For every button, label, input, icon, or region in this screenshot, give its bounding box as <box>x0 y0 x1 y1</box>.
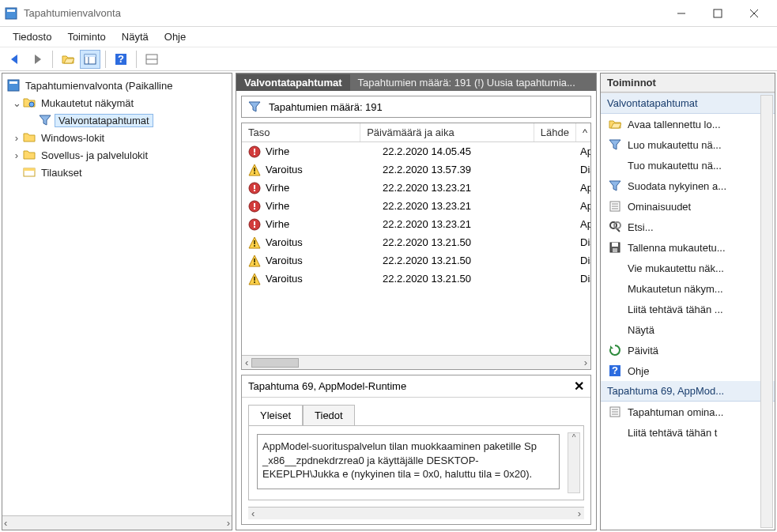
scroll-left-icon[interactable]: ‹ <box>245 357 248 368</box>
event-row[interactable]: Varoitus22.2.2020 13.21.50Distrib <box>242 251 590 270</box>
event-row[interactable]: Virhe22.2.2020 13.23.21AppM <box>242 197 590 215</box>
action-label: Mukautetun näkym... <box>628 283 723 295</box>
tree-windows-logs-label: Windows-lokit <box>39 131 107 145</box>
scroll-thumb[interactable] <box>251 358 299 368</box>
action-item[interactable]: Ohje▶ <box>601 360 775 381</box>
error-icon <box>248 182 261 194</box>
event-source: Distrib <box>574 235 590 250</box>
folder-special-icon <box>23 96 36 109</box>
toolbar-help-button[interactable] <box>111 50 131 69</box>
details-close-button[interactable]: ✕ <box>574 379 584 394</box>
actions-group-event[interactable]: Tapahtuma 69, AppMod... ▲ <box>601 381 775 402</box>
folder-icon <box>23 149 36 161</box>
event-level: Virhe <box>266 145 289 157</box>
toolbar-separator <box>136 51 137 68</box>
action-label: Suodata nykyinen a... <box>628 180 726 192</box>
menu-help[interactable]: Ohje <box>157 28 194 45</box>
warning-icon <box>248 236 261 249</box>
scroll-up-icon[interactable]: ^ <box>576 123 590 141</box>
blank-icon <box>609 159 621 172</box>
expand-toggle-icon[interactable]: › <box>10 132 23 144</box>
event-level: Varoitus <box>266 164 303 175</box>
blank-icon <box>609 262 621 274</box>
action-item[interactable]: Tuo mukautettu nä... <box>601 155 775 175</box>
event-source: AppM <box>574 217 590 232</box>
tree-custom-views[interactable]: ⌄ Mukautetut näkymät <box>4 94 230 111</box>
details-v-scrollbar[interactable]: ^ <box>568 432 580 493</box>
action-item[interactable]: Liitä tehtävä tähän ... <box>601 299 775 319</box>
filter-summary-row: Tapahtumien määrä: 191 <box>241 96 591 118</box>
tree-app-service-logs[interactable]: › Sovellus- ja palvelulokit <box>4 146 230 164</box>
menu-view[interactable]: Näytä <box>114 28 157 45</box>
event-row[interactable]: Virhe22.2.2020 14.05.45AppM <box>242 142 590 160</box>
tree-windows-logs[interactable]: › Windows-lokit <box>4 129 230 146</box>
open-icon <box>609 118 621 130</box>
tree-root[interactable]: Tapahtumienvalvonta (Paikalline <box>4 77 230 94</box>
action-item[interactable]: Ominaisuudet <box>601 196 775 217</box>
blank-icon <box>609 323 621 336</box>
expand-toggle-icon[interactable]: › <box>10 149 23 161</box>
filter-icon <box>39 114 51 126</box>
event-row[interactable]: Varoitus22.2.2020 13.21.50Distrib <box>242 233 590 251</box>
action-item[interactable]: Vie mukautettu näk... <box>601 258 775 278</box>
event-date: 22.2.2020 13.23.21 <box>376 198 574 213</box>
warning-icon <box>248 255 261 267</box>
action-item[interactable]: Tapahtuman omina... <box>601 402 775 422</box>
actions-group-admin-events[interactable]: Valvontatapahtumat ▲ <box>601 93 775 114</box>
action-item[interactable]: Etsi... <box>601 217 775 237</box>
action-item[interactable]: Päivitä <box>601 340 775 360</box>
event-source: Distrib <box>574 253 590 268</box>
event-row[interactable]: Virhe22.2.2020 13.23.21AppM <box>242 215 590 233</box>
event-date: 22.2.2020 13.21.50 <box>376 271 574 286</box>
error-icon <box>248 218 261 231</box>
tree-custom-views-label: Mukautetut näkymät <box>39 96 136 110</box>
event-row[interactable]: Varoitus22.2.2020 13.57.39Distrib <box>242 160 590 179</box>
toolbar-layout-button[interactable] <box>80 50 100 69</box>
save-icon <box>609 241 621 254</box>
action-item[interactable]: Mukautetun näkym... <box>601 278 775 299</box>
action-item[interactable]: Suodata nykyinen a... <box>601 175 775 196</box>
toolbar-preview-button[interactable] <box>141 50 162 69</box>
scroll-right-icon[interactable]: › <box>584 357 587 368</box>
col-source[interactable]: Lähde <box>534 123 576 141</box>
event-level: Varoitus <box>266 236 303 248</box>
col-level[interactable]: Taso <box>242 123 360 141</box>
minimize-button[interactable] <box>663 1 700 26</box>
action-item[interactable]: Näytä▶ <box>601 319 775 340</box>
event-source: AppM <box>574 144 590 159</box>
event-list-h-scrollbar[interactable]: ‹ › <box>242 355 590 369</box>
tree-admin-events[interactable]: Valvontatapahtumat <box>4 111 230 129</box>
action-item[interactable]: Tallenna mukautetu... <box>601 237 775 258</box>
tab-general[interactable]: Yleiset <box>248 405 303 426</box>
menu-file[interactable]: Tiedosto <box>5 28 59 45</box>
menu-action[interactable]: Toiminto <box>59 28 113 45</box>
filter-icon <box>248 100 261 113</box>
toolbar-forward-button[interactable] <box>27 50 47 69</box>
actions-v-scrollbar[interactable] <box>760 95 773 528</box>
tab-details[interactable]: Tiedot <box>303 405 355 426</box>
filter-summary-text: Tapahtumien määrä: 191 <box>269 101 383 113</box>
tree-h-scrollbar[interactable]: ‹› <box>2 515 232 530</box>
action-item[interactable]: Luo mukautettu nä... <box>601 134 775 155</box>
find-icon <box>609 221 621 233</box>
action-item[interactable]: Avaa tallennettu lo... <box>601 114 775 134</box>
tree-subscriptions[interactable]: Tilaukset <box>4 164 230 181</box>
toolbar-showhide-tree-button[interactable] <box>58 50 78 69</box>
details-h-scrollbar[interactable]: ‹› <box>248 507 584 519</box>
col-date[interactable]: Päivämäärä ja aika <box>360 123 534 141</box>
event-column-headers[interactable]: Taso Päivämäärä ja aika Lähde ^ <box>242 123 590 142</box>
toolbar-back-button[interactable] <box>5 50 25 69</box>
close-button[interactable] <box>736 1 772 26</box>
maximize-button[interactable] <box>700 1 736 26</box>
event-date: 22.2.2020 13.21.50 <box>376 253 574 268</box>
action-item[interactable]: Liitä tehtävä tähän t <box>601 422 775 443</box>
event-date: 22.2.2020 13.23.21 <box>376 180 574 195</box>
error-icon <box>248 200 261 213</box>
event-row[interactable]: Virhe22.2.2020 13.23.21AppM <box>242 179 590 197</box>
titlebar: Tapahtumienvalvonta <box>0 0 777 27</box>
event-details: Tapahtuma 69, AppModel-Runtime ✕ Yleiset… <box>241 375 591 525</box>
event-row[interactable]: Varoitus22.2.2020 13.21.50Distrib <box>242 270 590 288</box>
actions-header: Toiminnot <box>601 74 775 92</box>
help-icon <box>609 364 621 377</box>
expand-toggle-icon[interactable]: ⌄ <box>10 97 23 109</box>
